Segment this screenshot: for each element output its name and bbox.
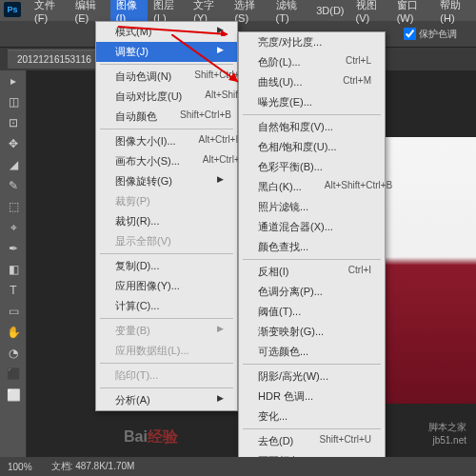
menu-item[interactable]: 曲线(U)...Ctrl+M: [239, 72, 385, 92]
menu-item[interactable]: 应用图像(Y)...: [96, 276, 237, 296]
adjustments-submenu: 亮度/对比度...色阶(L)...Ctrl+L曲线(U)...Ctrl+M曝光度…: [238, 31, 386, 476]
menu-item[interactable]: 模式(M)▶: [96, 22, 237, 42]
marquee-tool[interactable]: ◫: [2, 92, 25, 111]
menu-item[interactable]: 亮度/对比度...: [239, 32, 385, 52]
menu-help[interactable]: 帮助(H): [434, 0, 476, 27]
zoom-level[interactable]: 100%: [8, 462, 32, 472]
type-tool[interactable]: T: [2, 281, 25, 300]
menu-item[interactable]: 色彩平衡(B)...: [239, 157, 385, 177]
menu-item: 显示全部(V): [96, 231, 237, 251]
menu-item[interactable]: 可选颜色...: [239, 342, 385, 362]
menu-item[interactable]: 色阶(L)...Ctrl+L: [239, 52, 385, 72]
menu-item[interactable]: 色调分离(P)...: [239, 282, 385, 302]
app-logo: Ps: [4, 2, 21, 17]
stamp-tool[interactable]: ✒: [2, 239, 25, 258]
baidu-watermark: Bai经验: [124, 427, 178, 447]
hand-tool[interactable]: ✋: [2, 323, 25, 342]
document-tab[interactable]: 20121216153116: [8, 50, 101, 69]
menu-item[interactable]: 图像旋转(G)▶: [96, 171, 237, 191]
menu-item: 陷印(T)...: [96, 366, 237, 386]
shape-tool[interactable]: ▭: [2, 302, 25, 321]
doc-size: 文档: 487.8K/1.70M: [51, 460, 135, 473]
menu-item: 变量(B)▶: [96, 321, 237, 341]
menu-item[interactable]: 照片滤镜...: [239, 197, 385, 217]
menu-item[interactable]: 颜色查找...: [239, 237, 385, 257]
history-tool[interactable]: ◧: [2, 260, 25, 279]
menu-item[interactable]: 黑白(K)...Alt+Shift+Ctrl+B: [239, 177, 385, 197]
zoom-tool[interactable]: ◔: [2, 344, 25, 363]
protect-tone-input[interactable]: [404, 28, 416, 40]
watermark-url: jb51.net: [428, 434, 466, 447]
menu-item[interactable]: 图像大小(I)...Alt+Ctrl+I: [96, 131, 237, 151]
fg-color[interactable]: ⬛: [2, 365, 25, 384]
image-menu-dropdown: 模式(M)▶调整(J)▶自动色调(N)Shift+Ctrl+L自动对比度(U)A…: [95, 21, 238, 411]
menu-item[interactable]: 自动颜色Shift+Ctrl+B: [96, 107, 237, 127]
menubar: 文件(F) 编辑(E) 图像(I) 图层(L) 文字(Y) 选择(S) 滤镜(T…: [0, 0, 476, 21]
eyedropper-tool[interactable]: ✎: [2, 176, 25, 195]
menu-filter[interactable]: 滤镜(T): [270, 0, 311, 27]
status-bar: 100% 文档: 487.8K/1.70M: [0, 457, 476, 476]
watermark-site: 脚本之家: [428, 421, 466, 434]
menu-item[interactable]: 变化...: [239, 407, 385, 426]
menu-item[interactable]: 曝光度(E)...: [239, 92, 385, 112]
menu-item[interactable]: 通道混合器(X)...: [239, 217, 385, 237]
menu-item[interactable]: 渐变映射(G)...: [239, 322, 385, 342]
menu-3d[interactable]: 3D(D): [310, 2, 349, 19]
menu-item: 裁剪(P): [96, 191, 237, 211]
move-tool[interactable]: ▸: [2, 71, 25, 90]
menu-item[interactable]: 自然饱和度(V)...: [239, 117, 385, 137]
menu-item[interactable]: 复制(D)...: [96, 256, 237, 276]
menu-item[interactable]: 画布大小(S)...Alt+Ctrl+C: [96, 151, 237, 171]
menu-item[interactable]: 阴影/高光(W)...: [239, 367, 385, 387]
menu-view[interactable]: 视图(V): [350, 0, 391, 27]
wand-tool[interactable]: ✥: [2, 134, 25, 153]
menu-item[interactable]: 自动色调(N)Shift+Ctrl+L: [96, 67, 237, 87]
menu-item[interactable]: 裁切(R)...: [96, 211, 237, 231]
menu-item[interactable]: 分析(A)▶: [96, 390, 237, 410]
menu-item[interactable]: 去色(D)Shift+Ctrl+U: [239, 431, 385, 451]
heal-tool[interactable]: ⬚: [2, 197, 25, 216]
menu-file[interactable]: 文件(F): [29, 0, 69, 27]
protect-tone-label: 保护色调: [419, 28, 457, 41]
bg-color[interactable]: ⬜: [2, 386, 25, 405]
crop-tool[interactable]: ◢: [2, 155, 25, 174]
protect-tone-checkbox[interactable]: 保护色调: [404, 28, 457, 41]
lasso-tool[interactable]: ⊡: [2, 113, 25, 132]
photo-content: [386, 137, 476, 404]
menu-item[interactable]: 计算(C)...: [96, 296, 237, 316]
menu-item[interactable]: 阈值(T)...: [239, 302, 385, 322]
menu-item: 应用数据组(L)...: [96, 341, 237, 361]
tools-panel: ▸ ◫ ⊡ ✥ ◢ ✎ ⬚ ⌖ ✒ ◧ T ▭ ✋ ◔ ⬛ ⬜: [0, 70, 27, 457]
baidu-watermark-suffix: 经验: [148, 428, 178, 445]
menu-item[interactable]: 调整(J)▶: [96, 42, 237, 62]
menu-window[interactable]: 窗口(W): [391, 0, 435, 27]
menu-item[interactable]: 反相(I)Ctrl+I: [239, 262, 385, 282]
menu-item[interactable]: 自动对比度(U)Alt+Shift+Ctrl+L: [96, 87, 237, 107]
menu-item[interactable]: HDR 色调...: [239, 387, 385, 407]
brush-tool[interactable]: ⌖: [2, 218, 25, 237]
menu-item[interactable]: 色相/饱和度(U)...: [239, 137, 385, 157]
site-watermark: 脚本之家 jb51.net: [428, 421, 466, 447]
